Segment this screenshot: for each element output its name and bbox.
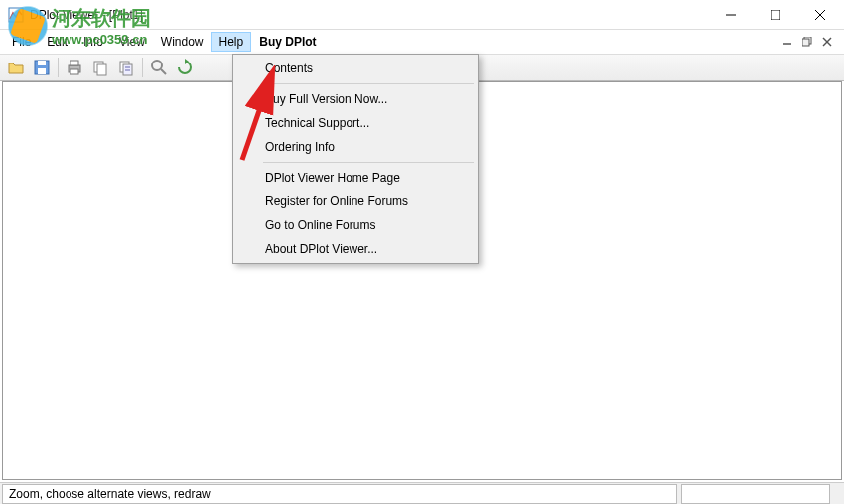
menu-file[interactable]: File xyxy=(4,32,39,52)
menubar: File Edit Info View Window Help Buy DPlo… xyxy=(0,30,844,54)
menu-window[interactable]: Window xyxy=(153,32,211,52)
mdi-controls xyxy=(778,34,840,50)
help-ordering[interactable]: Ordering Info xyxy=(235,135,476,159)
help-dropdown: Contents Buy Full Version Now... Technic… xyxy=(232,54,479,264)
window-title: DPlot Viewer - [Plot1] xyxy=(30,8,708,22)
maximize-button[interactable] xyxy=(753,0,797,29)
svg-rect-12 xyxy=(38,68,46,74)
svg-line-23 xyxy=(161,69,166,74)
toolbar-separator xyxy=(58,58,59,77)
help-goto-forums[interactable]: Go to Online Forums xyxy=(235,213,476,237)
menu-info[interactable]: Info xyxy=(75,32,111,52)
help-tech-support[interactable]: Technical Support... xyxy=(235,111,476,135)
toolbar-open-button[interactable] xyxy=(4,56,28,79)
toolbar-zoom-button[interactable] xyxy=(147,56,171,79)
mdi-minimize-button[interactable] xyxy=(778,34,796,50)
help-register-forums[interactable]: Register for Online Forums xyxy=(235,189,476,213)
close-button[interactable] xyxy=(797,0,842,29)
menu-view[interactable]: View xyxy=(111,32,153,52)
mdi-restore-button[interactable] xyxy=(798,34,816,50)
mdi-close-button[interactable] xyxy=(818,34,836,50)
svg-rect-11 xyxy=(38,61,46,65)
help-home-page[interactable]: DPlot Viewer Home Page xyxy=(235,166,476,189)
toolbar-separator xyxy=(142,58,143,77)
toolbar-refresh-button[interactable] xyxy=(173,56,197,79)
minimize-button[interactable] xyxy=(708,0,753,29)
help-contents[interactable]: Contents xyxy=(235,57,476,80)
statusbar: Zoom, choose alternate views, redraw xyxy=(0,482,844,504)
toolbar-save-button[interactable] xyxy=(30,56,54,79)
menu-edit[interactable]: Edit xyxy=(39,32,75,52)
svg-point-22 xyxy=(152,61,162,70)
svg-rect-14 xyxy=(70,61,78,65)
toolbar-print-button[interactable] xyxy=(63,56,86,79)
menu-buy-dplot[interactable]: Buy DPlot xyxy=(251,32,324,52)
status-text: Zoom, choose alternate views, redraw xyxy=(2,484,677,504)
help-buy-full[interactable]: Buy Full Version Now... xyxy=(235,87,476,111)
menu-separator xyxy=(263,162,474,163)
status-secondary xyxy=(681,484,830,504)
toolbar-copy-data-button[interactable] xyxy=(114,56,138,79)
app-icon xyxy=(8,7,24,23)
titlebar: DPlot Viewer - [Plot1] xyxy=(0,0,844,30)
help-about[interactable]: About DPlot Viewer... xyxy=(235,237,476,261)
toolbar-copy-button[interactable] xyxy=(88,56,112,79)
svg-rect-17 xyxy=(97,64,106,75)
menu-help[interactable]: Help xyxy=(211,32,252,52)
svg-rect-15 xyxy=(70,69,78,74)
svg-rect-2 xyxy=(771,10,780,20)
menu-separator xyxy=(263,83,474,84)
window-controls xyxy=(708,0,842,29)
svg-rect-0 xyxy=(9,8,23,22)
svg-rect-7 xyxy=(802,39,809,46)
